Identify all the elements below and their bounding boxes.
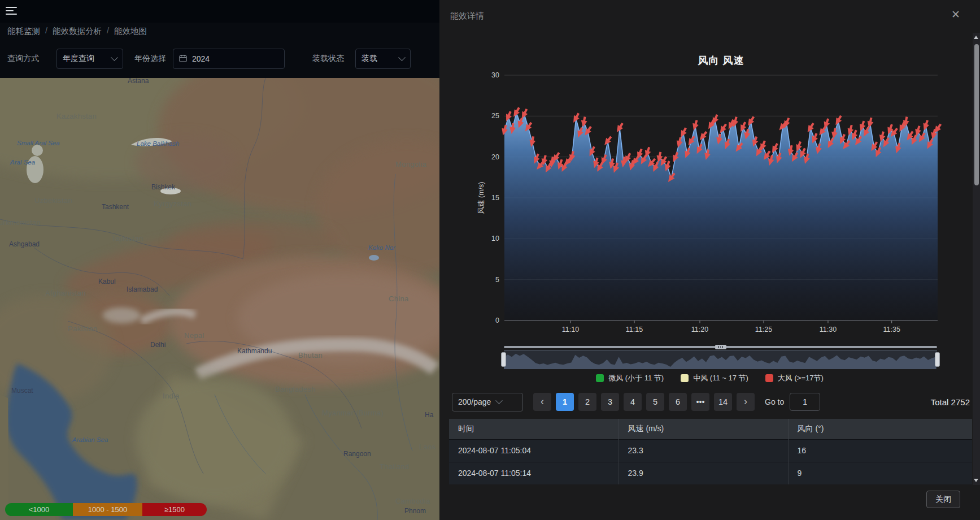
page-ellipsis-button[interactable]: •••	[691, 393, 709, 411]
query-mode-select[interactable]: 年度查询	[56, 49, 123, 69]
datazoom-track[interactable]	[504, 346, 937, 348]
map-color-legend: <10001000 - 1500≥1500	[5, 503, 207, 516]
page-button-3[interactable]: 3	[601, 393, 619, 411]
table-cell: 23.9	[619, 462, 788, 484]
wind-data-table: 时间风速 (m/s)风向 (°) 2024-08-07 11:05:0423.3…	[449, 419, 972, 484]
legend-swatch	[681, 374, 689, 382]
page-button-1[interactable]: 1	[556, 393, 574, 411]
svg-text:25: 25	[491, 112, 499, 120]
scroll-down-icon[interactable]	[974, 479, 978, 482]
datazoom-brush-area[interactable]	[504, 350, 937, 369]
total-count: Total 2752	[931, 397, 970, 407]
breadcrumb-item-1[interactable]: 能耗监测	[7, 26, 40, 37]
legend-swatch	[765, 374, 773, 382]
goto-page-input[interactable]	[790, 393, 820, 411]
table-cell: 23.3	[619, 439, 788, 462]
pagination: 200/page ‹ 123456•••14 › Go to Total 275…	[452, 392, 970, 411]
breadcrumb-item-2[interactable]: 能效数据分析	[53, 26, 102, 37]
svg-text:0: 0	[495, 317, 499, 324]
wind-chart[interactable]: 05101520253011:1011:1511:2011:2511:3011:…	[439, 0, 980, 346]
datazoom-slider[interactable]	[504, 346, 937, 370]
page-button-2[interactable]: 2	[578, 393, 596, 411]
page-size-select[interactable]: 200/page	[452, 393, 523, 411]
year-value: 2024	[192, 54, 278, 63]
table-header-cell: 时间	[449, 419, 619, 439]
table-cell: 9	[788, 462, 972, 484]
svg-text:20: 20	[491, 153, 499, 161]
year-date-picker[interactable]: 2024	[173, 49, 285, 69]
scrollbar-thumb[interactable]	[974, 44, 979, 185]
map-legend-segment: ≥1500	[142, 503, 207, 516]
svg-text:风速 (m/s): 风速 (m/s)	[477, 182, 485, 214]
panel-scrollbar[interactable]	[973, 33, 980, 485]
page-button-14[interactable]: 14	[714, 393, 732, 411]
svg-text:11:25: 11:25	[755, 326, 772, 333]
table-cell: 2024-08-07 11:05:04	[449, 439, 619, 462]
datazoom-right-handle[interactable]	[935, 352, 940, 367]
scroll-up-icon[interactable]	[974, 36, 978, 39]
energy-efficiency-map[interactable]: KazakhstanUzbekistanurkmenistanKyrgyzsta…	[0, 78, 439, 520]
svg-text:11:35: 11:35	[883, 326, 900, 333]
datazoom-grip-icon[interactable]	[715, 345, 726, 349]
page-size-value: 200/page	[458, 397, 491, 406]
map-legend-segment: 1000 - 1500	[73, 503, 142, 516]
legend-swatch	[596, 374, 604, 382]
chevron-down-icon	[398, 54, 406, 61]
top-app-bar	[0, 0, 439, 23]
svg-text:10: 10	[491, 235, 499, 242]
map-page-background: 能耗监测/能效数据分析/能效地图 查询方式 年度查询 年份选择 2024 装载状…	[0, 0, 439, 520]
table-row[interactable]: 2024-08-07 11:05:1423.99	[449, 462, 972, 484]
close-button[interactable]: 关闭	[926, 491, 960, 508]
next-page-button[interactable]: ›	[737, 393, 755, 411]
legend-label: 大风 (>=17节)	[778, 373, 824, 383]
chevron-down-icon	[111, 54, 118, 61]
year-select-label: 年份选择	[134, 54, 166, 64]
menu-hamburger-icon[interactable]	[6, 7, 18, 16]
legend-item[interactable]: 大风 (>=17节)	[765, 373, 824, 383]
legend-label: 微风 (小于 11 节)	[608, 373, 664, 383]
load-state-label: 装载状态	[312, 54, 344, 64]
datazoom-sparkline	[504, 350, 936, 369]
breadcrumb-item-3[interactable]: 能效地图	[114, 26, 147, 37]
table-header-cell: 风速 (m/s)	[619, 419, 788, 439]
breadcrumb-separator: /	[107, 26, 109, 37]
chevron-down-icon	[496, 397, 503, 404]
page-button-4[interactable]: 4	[624, 393, 642, 411]
legend-item[interactable]: 微风 (小于 11 节)	[596, 373, 664, 383]
svg-text:11:10: 11:10	[562, 326, 579, 333]
svg-text:5: 5	[495, 276, 499, 284]
load-state-value: 装载	[361, 54, 394, 64]
calendar-icon	[179, 54, 187, 64]
legend-label: 中风 (11 ~ 17 节)	[693, 373, 748, 383]
load-state-select[interactable]: 装载	[355, 49, 411, 69]
svg-text:15: 15	[491, 194, 499, 202]
svg-text:11:20: 11:20	[691, 326, 708, 333]
legend-item[interactable]: 中风 (11 ~ 17 节)	[681, 373, 748, 383]
table-row[interactable]: 2024-08-07 11:05:0423.316	[449, 439, 972, 462]
page-button-5[interactable]: 5	[646, 393, 664, 411]
prev-page-button[interactable]: ‹	[533, 393, 551, 411]
svg-text:11:15: 11:15	[626, 326, 643, 333]
svg-text:11:30: 11:30	[820, 326, 837, 333]
query-mode-label: 查询方式	[7, 54, 39, 64]
query-mode-value: 年度查询	[63, 54, 106, 64]
breadcrumb: 能耗监测/能效数据分析/能效地图	[7, 26, 147, 37]
datazoom-left-handle[interactable]	[501, 352, 506, 367]
breadcrumb-separator: /	[45, 26, 47, 37]
table-cell: 16	[788, 439, 972, 462]
chart-legend: 微风 (小于 11 节)中风 (11 ~ 17 节)大风 (>=17节)	[439, 373, 980, 383]
map-terrain	[0, 78, 439, 520]
detail-drawer: 能效详情 ✕ 风向 风速 05101520253011:1011:1511:20…	[439, 0, 980, 520]
goto-label: Go to	[765, 397, 784, 406]
page-button-6[interactable]: 6	[669, 393, 687, 411]
filter-bar: 查询方式 年度查询 年份选择 2024 装载状态 装载	[0, 47, 439, 71]
map-legend-segment: <1000	[5, 503, 73, 516]
table-cell: 2024-08-07 11:05:14	[449, 462, 619, 484]
table-header-cell: 风向 (°)	[788, 419, 972, 439]
svg-text:30: 30	[491, 71, 499, 79]
